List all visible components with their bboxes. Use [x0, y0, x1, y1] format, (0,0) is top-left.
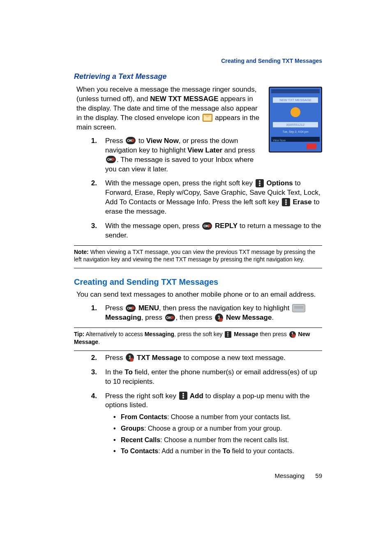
subheading-retrieving: Retrieving a Text Message [74, 72, 322, 81]
retrieve-steps: 1. Press to View Now, or press the down … [86, 136, 322, 240]
breadcrumb: Creating and Sending TXT Messages [74, 58, 322, 64]
soft-key-dots-icon [179, 392, 187, 400]
divider [74, 351, 322, 351]
sec2-intro: You can send text messages to another mo… [76, 290, 322, 300]
ok-icon [126, 137, 136, 144]
envelope-icon [203, 114, 212, 122]
step-1: 1. Press to View Now, or press the down … [86, 136, 322, 174]
tip: Tip: Alternatively to access Messaging, … [74, 330, 322, 345]
ok-icon [126, 304, 136, 312]
one-key-icon [215, 314, 223, 322]
section-heading-creating: Creating and Sending TXT Messages [74, 277, 322, 287]
step-3: 3. With the message open, press REPLY to… [86, 221, 322, 240]
divider [74, 328, 322, 328]
soft-key-dots-icon [225, 331, 231, 338]
page-footer: Messaging 59 [74, 472, 322, 479]
add-options: From Contacts: Choose a number from your… [113, 413, 322, 455]
create-steps-a: 1. Press MENU, then press the navigation… [86, 304, 322, 323]
create-step-3: 3. In the To field, enter the phone numb… [86, 368, 322, 387]
create-step-2: 2. Press TXT Message to compose a new te… [86, 353, 322, 363]
soft-key-dots-icon [282, 198, 290, 206]
create-step-1: 1. Press MENU, then press the navigation… [86, 304, 322, 323]
ok-icon [165, 314, 175, 321]
create-step-4: 4. Press the right soft key Add to displ… [86, 392, 322, 456]
opt-to-contacts: To Contacts: Add a number in the To fiel… [113, 447, 322, 456]
ok-icon [106, 156, 116, 163]
opt-from-contacts: From Contacts: Choose a number from your… [113, 413, 322, 422]
divider [74, 268, 322, 268]
opt-groups: Groups: Choose a group or a number from … [113, 424, 322, 433]
one-key-icon [289, 331, 296, 338]
soft-key-dots-icon [256, 179, 264, 187]
opt-recent-calls: Recent Calls: Choose a number from the r… [113, 436, 322, 445]
create-steps-b: 2. Press TXT Message to compose a new te… [86, 353, 322, 456]
divider [74, 245, 322, 246]
chapter-name: Messaging [275, 472, 305, 479]
note: Note: When viewing a TXT message, you ca… [74, 248, 322, 263]
ok-icon [202, 222, 212, 230]
one-key-icon [126, 353, 134, 362]
page-number: 59 [315, 472, 322, 479]
step-2: 2. With the message open, press the righ… [86, 179, 322, 217]
messaging-app-icon [292, 304, 305, 312]
